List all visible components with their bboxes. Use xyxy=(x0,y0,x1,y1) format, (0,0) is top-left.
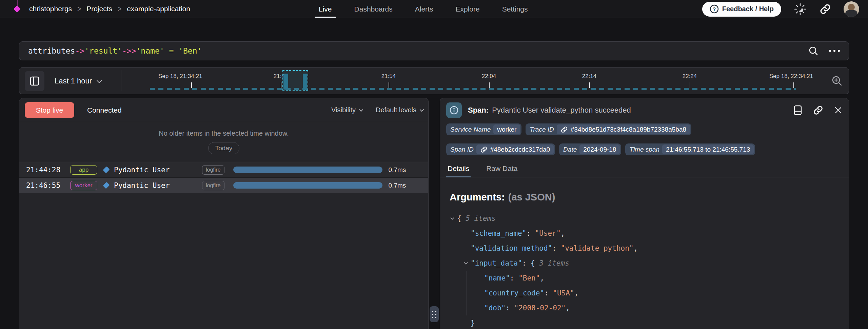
query-token: ->> xyxy=(122,46,136,55)
tab-live[interactable]: Live xyxy=(317,0,333,18)
query-token: -> xyxy=(75,46,84,55)
json-token: "validation_method" xyxy=(471,244,552,252)
time-range-dropdown[interactable]: Last 1 hour xyxy=(55,67,100,95)
json-token: "input_data" xyxy=(471,259,522,267)
chevron-down-icon xyxy=(420,108,424,112)
stop-live-button[interactable]: Stop live xyxy=(25,102,74,118)
span-kind-diamond-icon xyxy=(103,182,110,189)
today-button[interactable]: Today xyxy=(208,142,240,154)
metadata-badge-date: Date2024-09-18 xyxy=(559,143,621,155)
tick-label: 22:14 xyxy=(582,73,597,80)
zoom-in-icon[interactable] xyxy=(831,75,843,87)
badge-label: Trace ID xyxy=(530,126,554,133)
json-token: } xyxy=(471,319,475,327)
tick-mark xyxy=(690,82,690,88)
json-line: "name": "Ben", xyxy=(449,271,849,286)
info-icon xyxy=(446,102,462,118)
span-row[interactable]: 21:46:55workerPydantic Userlogfire0.7ms xyxy=(19,177,428,193)
json-token: "validate_python" xyxy=(561,244,634,252)
metadata-badge-span-id[interactable]: Span ID#48eb2cdcdc317da0 xyxy=(446,143,555,155)
json-token: : xyxy=(510,274,518,282)
json-line: { 5 items xyxy=(449,211,849,226)
visibility-label: Visibility xyxy=(331,106,356,114)
detail-tab-raw-data[interactable]: Raw Data xyxy=(485,160,519,177)
json-token: : xyxy=(544,289,553,297)
scope-badge: logfire xyxy=(202,181,224,190)
span-duration-bar xyxy=(233,182,382,189)
json-token: 5 items xyxy=(466,214,496,222)
chevron-down-icon[interactable] xyxy=(463,260,469,266)
badge-label: Time span xyxy=(629,146,659,153)
link-icon[interactable] xyxy=(813,105,824,116)
divider xyxy=(121,70,121,91)
span-duration-bar xyxy=(233,167,382,173)
badge-value[interactable]: #34bd8e51d73c3f4c8a189b72338a5ba8 xyxy=(557,124,690,134)
feedback-help-label: Feedback / Help xyxy=(722,5,774,13)
json-line: "schema_name": "User", xyxy=(449,226,849,241)
environment-tag[interactable]: app xyxy=(70,165,97,175)
json-token: "Ben" xyxy=(518,274,540,282)
as-json-label: (as JSON) xyxy=(508,192,555,202)
badge-value[interactable]: #48eb2cdcdc317da0 xyxy=(476,144,554,154)
detail-tabs: DetailsRaw Data xyxy=(440,160,849,177)
histogram-bar xyxy=(283,74,288,90)
live-view-panel: Stop live Connected Visibility Default l… xyxy=(19,98,429,329)
tab-settings[interactable]: Settings xyxy=(501,0,529,18)
badge-value-text: 2024-09-18 xyxy=(583,146,616,153)
split-view-icon[interactable] xyxy=(793,105,803,116)
default-levels-dropdown[interactable]: Default levels xyxy=(376,106,423,114)
json-token: 3 items xyxy=(539,259,569,267)
question-circle-icon: ? xyxy=(710,4,719,14)
histogram-bar xyxy=(303,74,307,90)
tick-mark xyxy=(191,82,192,88)
badge-value: worker xyxy=(493,124,520,134)
primary-nav-tabs: LiveDashboardsAlertsExploreSettings xyxy=(317,0,529,18)
timeline-selection[interactable] xyxy=(282,70,308,91)
connection-status: Connected xyxy=(87,106,122,114)
visibility-dropdown[interactable]: Visibility xyxy=(331,106,362,114)
logfire-logo-icon[interactable] xyxy=(14,4,22,14)
breadcrumb-projects[interactable]: Projects xyxy=(86,5,112,13)
feedback-help-button[interactable]: ? Feedback / Help xyxy=(702,2,781,17)
tab-explore[interactable]: Explore xyxy=(454,0,481,18)
badge-label: Service Name xyxy=(450,126,491,133)
tab-dashboards[interactable]: Dashboards xyxy=(353,0,394,18)
json-token: "User" xyxy=(535,229,561,237)
breadcrumb-org[interactable]: christophergs xyxy=(29,5,72,13)
tick-label: Sep 18, 22:34:21 xyxy=(769,73,813,80)
json-token: : xyxy=(526,229,535,237)
json-token: "name" xyxy=(484,274,510,282)
query-input[interactable]: attributes->'result'->>'name' = 'Ben' xyxy=(19,41,849,60)
chevron-down-icon[interactable] xyxy=(450,216,455,221)
close-icon[interactable] xyxy=(834,106,843,115)
tick-label: 22:24 xyxy=(683,73,697,80)
span-row-title: Pydantic User xyxy=(114,181,186,190)
live-panel-header: Stop live Connected Visibility Default l… xyxy=(19,98,428,122)
query-token: 'Ben' xyxy=(178,46,202,55)
breadcrumb-project[interactable]: example-application xyxy=(127,5,190,13)
sidebar-toggle-button[interactable] xyxy=(25,71,44,91)
span-title: Pydantic User validate_python succeeded xyxy=(492,106,631,115)
search-icon[interactable] xyxy=(808,45,819,56)
more-options-icon[interactable] xyxy=(829,50,840,52)
query-token: 'name' xyxy=(136,46,164,55)
metadata-badge-trace-id[interactable]: Trace ID#34bd8e51d73c3f4c8a189b72338a5ba… xyxy=(526,123,691,135)
tab-alerts[interactable]: Alerts xyxy=(414,0,435,18)
panel-resize-handle[interactable] xyxy=(430,306,439,322)
json-token: "schema_name" xyxy=(471,229,526,237)
navbar-right-cluster: ? Feedback / Help xyxy=(702,0,859,18)
json-line: "input_data": { 3 items xyxy=(449,256,849,271)
copy-link-icon[interactable] xyxy=(819,3,831,15)
span-detail-header: Span: Pydantic User validate_python succ… xyxy=(440,98,849,122)
json-token: : { xyxy=(522,259,539,267)
user-avatar[interactable] xyxy=(844,1,859,17)
span-row-title: Pydantic User xyxy=(114,166,186,174)
environment-tag[interactable]: worker xyxy=(70,181,97,190)
detail-tab-details[interactable]: Details xyxy=(446,160,471,177)
span-kind-label: Span: xyxy=(468,106,489,115)
tick-mark xyxy=(489,82,490,88)
theme-toggle-icon[interactable] xyxy=(793,2,807,16)
span-row[interactable]: 21:44:28appPydantic Userlogfire0.7ms xyxy=(19,162,428,177)
chevron-right-icon: > xyxy=(118,4,121,14)
metadata-badge-time-span: Time span21:46:55.713 to 21:46:55.713 xyxy=(625,143,755,155)
